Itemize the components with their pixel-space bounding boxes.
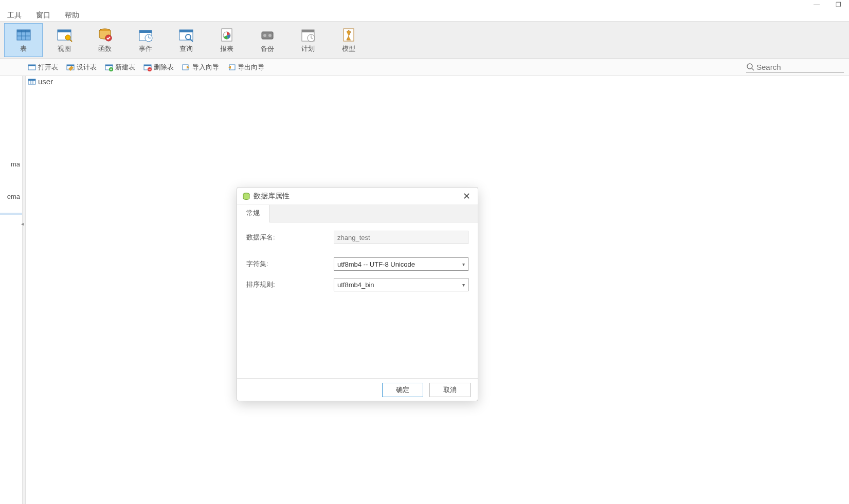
import-wizard-button[interactable]: 导入向导 <box>179 62 222 73</box>
left-tree[interactable]: ma ema <box>0 76 23 504</box>
menu-tools[interactable]: 工具 <box>0 9 29 22</box>
view-icon <box>56 27 73 43</box>
tool-event[interactable]: 事件 <box>126 23 165 57</box>
row-collation: 排序规则: utf8mb4_bin ▾ <box>246 278 468 291</box>
row-dbname: 数据库名: <box>246 231 468 244</box>
search-input[interactable] <box>756 63 839 71</box>
menu-bar: 工具 窗口 帮助 <box>0 0 849 22</box>
select-value: utf8mb4 -- UTF-8 Unicode <box>337 260 415 268</box>
design-table-button[interactable]: 设计表 <box>63 62 100 73</box>
svg-rect-1 <box>17 30 30 32</box>
select-collation[interactable]: utf8mb4_bin ▾ <box>334 278 468 291</box>
dialog-body: 数据库名: 字符集: utf8mb4 -- UTF-8 Unicode ▾ 排序… <box>237 222 478 378</box>
tool-label: 报表 <box>220 44 233 53</box>
new-table-icon <box>105 63 113 71</box>
splitter-grip[interactable]: ◂ <box>21 221 25 228</box>
btn-label: 设计表 <box>77 63 97 72</box>
ok-button[interactable]: 确定 <box>382 383 423 397</box>
svg-rect-11 <box>139 30 152 33</box>
btn-label: 导出向导 <box>238 63 264 72</box>
menu-help[interactable]: 帮助 <box>58 9 86 22</box>
backup-icon <box>259 27 276 43</box>
svg-rect-16 <box>179 30 193 32</box>
sub-toolbar: 打开表 设计表 新建表 删除表 导入向导 导出向导 <box>0 59 849 76</box>
search-box[interactable] <box>746 62 844 73</box>
tool-view[interactable]: 视图 <box>45 23 83 57</box>
table-icon <box>15 27 32 43</box>
btn-label: 导入向导 <box>192 63 219 72</box>
export-wizard-button[interactable]: 导出向导 <box>224 62 267 73</box>
btn-label: 打开表 <box>38 63 58 72</box>
tool-table[interactable]: 表 <box>4 23 43 57</box>
report-icon <box>219 27 235 43</box>
content-pane: user 数据库属性 ✕ 常规 数据库名: <box>26 76 849 504</box>
design-table-icon <box>66 63 75 71</box>
body-area: ma ema ◂ user 数据库属性 ✕ 常规 数据库名: <box>0 76 849 504</box>
chevron-down-icon: ▾ <box>462 262 465 267</box>
svg-point-23 <box>268 34 272 37</box>
minimize-button[interactable]: — <box>806 0 827 9</box>
open-table-button[interactable]: 打开表 <box>25 62 61 73</box>
svg-rect-35 <box>105 65 113 66</box>
cancel-button[interactable]: 取消 <box>429 383 471 397</box>
select-charset[interactable]: utf8mb4 -- UTF-8 Unicode ▾ <box>334 257 468 271</box>
chevron-down-icon: ▾ <box>462 282 465 288</box>
tool-backup[interactable]: 备份 <box>248 23 286 57</box>
import-icon <box>182 63 190 71</box>
svg-rect-33 <box>67 65 74 66</box>
event-icon <box>137 27 154 43</box>
delete-table-icon <box>143 63 152 71</box>
tool-label: 事件 <box>139 44 152 53</box>
tree-item[interactable]: ma <box>0 159 22 169</box>
dialog-overlay: 数据库属性 ✕ 常规 数据库名: 字符集: utf8mb4 -- UTF <box>26 76 849 504</box>
label-dbname: 数据库名: <box>246 233 334 242</box>
svg-rect-31 <box>28 65 35 66</box>
label-collation: 排序规则: <box>246 280 334 289</box>
database-icon <box>242 192 250 200</box>
input-dbname[interactable] <box>334 231 468 244</box>
main-toolbar: 表 视图 函数 事件 查询 报表 备份 计划 模型 <box>0 22 849 59</box>
function-icon <box>97 27 113 43</box>
svg-rect-6 <box>58 30 71 32</box>
svg-rect-40 <box>144 65 151 66</box>
query-icon <box>178 27 194 43</box>
search-icon <box>746 63 754 71</box>
tab-general[interactable]: 常规 <box>237 205 269 222</box>
select-value: utf8mb4_bin <box>337 281 374 289</box>
tool-label: 计划 <box>301 44 315 53</box>
btn-label: 新建表 <box>115 63 135 72</box>
btn-label: 删除表 <box>154 63 174 72</box>
tool-label: 表 <box>20 44 27 53</box>
tool-label: 备份 <box>261 44 274 53</box>
row-charset: 字符集: utf8mb4 -- UTF-8 Unicode ▾ <box>246 257 468 271</box>
svg-point-45 <box>747 64 752 69</box>
tool-label: 视图 <box>58 44 71 53</box>
tool-label: 模型 <box>342 44 355 53</box>
maximize-button[interactable]: ❐ <box>827 0 849 9</box>
label-charset: 字符集: <box>246 259 334 269</box>
tool-model[interactable]: 模型 <box>329 23 368 57</box>
export-icon <box>227 63 236 71</box>
svg-point-22 <box>263 34 266 37</box>
new-table-button[interactable]: 新建表 <box>102 62 138 73</box>
tool-label: 函数 <box>98 44 112 53</box>
tree-item-selected[interactable] <box>0 213 22 215</box>
menu-window[interactable]: 窗口 <box>29 9 58 22</box>
dialog-tabs: 常规 <box>237 205 478 222</box>
schedule-icon <box>300 27 316 43</box>
svg-point-7 <box>65 35 70 40</box>
delete-table-button[interactable]: 删除表 <box>140 62 177 73</box>
tool-query[interactable]: 查询 <box>167 23 205 57</box>
tool-function[interactable]: 函数 <box>85 23 124 57</box>
window-controls: — ❐ <box>806 0 849 9</box>
close-icon[interactable]: ✕ <box>460 191 473 202</box>
database-properties-dialog: 数据库属性 ✕ 常规 数据库名: 字符集: utf8mb4 -- UTF <box>237 187 478 401</box>
tool-schedule[interactable]: 计划 <box>288 23 327 57</box>
open-table-icon <box>28 63 36 71</box>
tree-item[interactable]: ema <box>0 192 22 201</box>
tool-report[interactable]: 报表 <box>207 23 246 57</box>
tool-label: 查询 <box>179 44 193 53</box>
dialog-footer: 确定 取消 <box>237 378 478 401</box>
dialog-titlebar: 数据库属性 ✕ <box>237 188 478 205</box>
svg-rect-25 <box>302 30 314 32</box>
